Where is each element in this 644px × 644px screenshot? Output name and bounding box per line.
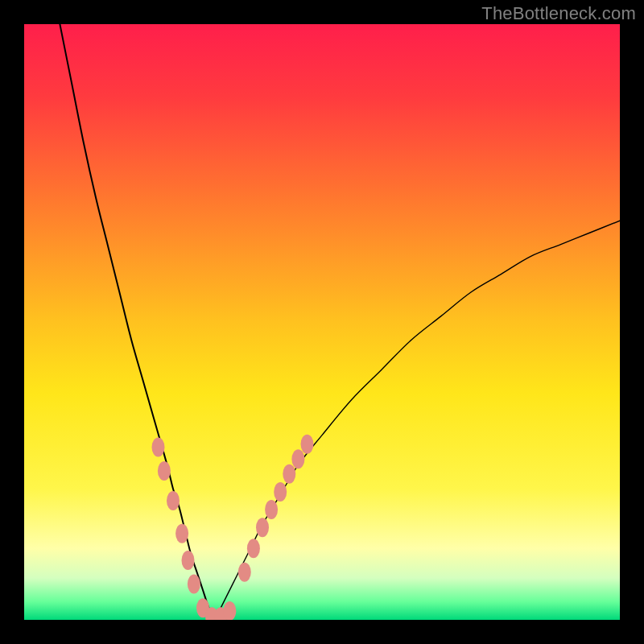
data-marker xyxy=(152,437,165,456)
plot-area xyxy=(24,24,620,620)
data-marker xyxy=(167,491,180,510)
watermark-text: TheBottleneck.com xyxy=(481,3,636,24)
data-marker xyxy=(182,551,195,570)
data-marker xyxy=(256,518,269,537)
data-marker xyxy=(274,482,287,502)
data-marker xyxy=(283,464,295,484)
data-marker xyxy=(265,500,278,519)
data-marker xyxy=(247,539,260,558)
gradient-background xyxy=(24,24,620,620)
data-marker xyxy=(175,524,188,543)
chart-frame: TheBottleneck.com xyxy=(0,0,644,644)
data-marker xyxy=(158,461,171,481)
data-marker xyxy=(291,449,304,469)
data-marker xyxy=(188,575,200,594)
data-marker xyxy=(301,435,314,454)
chart-svg xyxy=(24,24,620,620)
data-marker xyxy=(238,563,251,582)
data-marker xyxy=(223,601,236,620)
